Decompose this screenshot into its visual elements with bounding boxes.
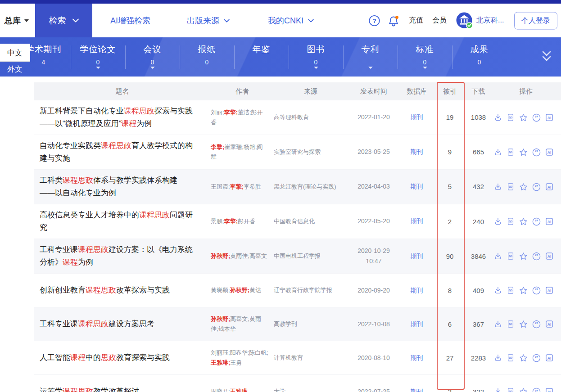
cite-quote-icon[interactable]: ” [532, 353, 541, 363]
result-source[interactable]: 辽宁教育行政学院学报 [274, 274, 348, 307]
result-source[interactable]: 高教学刊 [274, 307, 348, 341]
cite-quote-icon[interactable]: ” [532, 387, 541, 392]
html-read-icon[interactable] [506, 217, 515, 226]
result-title[interactable]: 工科类课程思政体系与教学实践体系构建——以自动化专业为例 [34, 170, 211, 204]
result-source[interactable]: 高等理科教育 [274, 100, 348, 135]
recharge-link[interactable]: 充值 [409, 4, 423, 37]
result-authors[interactable]: 景鹏;李擎;彭开香 [211, 204, 274, 239]
download-count[interactable]: 665 [466, 135, 491, 169]
doc-type-tab[interactable]: 标准 0 [398, 37, 452, 77]
download-count[interactable]: 240 [466, 204, 491, 239]
download-icon[interactable] [493, 148, 502, 157]
favorite-star-icon[interactable] [519, 286, 528, 295]
help-icon[interactable]: ? [368, 14, 380, 27]
download-count[interactable]: 432 [466, 170, 491, 204]
cited-count[interactable]: 19 [434, 100, 466, 135]
download-icon[interactable] [493, 113, 502, 122]
member-link[interactable]: 会员 [432, 4, 447, 37]
result-title[interactable]: 自动化专业实践类课程思政育人教学模式的构建与实施 [34, 135, 211, 169]
result-authors[interactable]: 王国霞;李擎;李希胜 [211, 170, 274, 204]
result-authors[interactable]: 刘丽珏;阳春华;陈白帆;王雅琳;王勇 [211, 341, 274, 374]
result-authors[interactable]: 刘丽;李擎;董洁;彭开香 [211, 100, 274, 135]
download-icon[interactable] [493, 217, 502, 226]
favorite-star-icon[interactable] [519, 113, 528, 122]
cite-quote-icon[interactable]: ” [532, 217, 541, 226]
ai-assist-icon[interactable]: AI [545, 286, 554, 295]
org-name[interactable]: 北京科... [476, 4, 504, 37]
result-source[interactable]: 中国教育信息化 [274, 204, 348, 239]
cite-quote-icon[interactable]: ” [532, 148, 541, 157]
collapse-tabs-icon[interactable] [539, 49, 554, 63]
ai-assist-icon[interactable]: AI [545, 387, 554, 392]
favorite-star-icon[interactable] [519, 252, 528, 261]
cited-count[interactable]: 9 [434, 135, 466, 169]
html-read-icon[interactable] [506, 252, 515, 261]
download-icon[interactable] [493, 252, 502, 261]
ai-assist-icon[interactable]: AI [545, 353, 554, 362]
cited-count[interactable]: 6 [434, 307, 466, 341]
result-authors[interactable]: 孙秋野;黄雨佳;高嘉文 [211, 239, 274, 273]
favorite-star-icon[interactable] [519, 148, 528, 157]
html-read-icon[interactable] [506, 286, 515, 295]
download-count[interactable]: 3846 [466, 239, 491, 273]
doc-type-tab[interactable]: 年鉴 [234, 37, 289, 77]
result-title[interactable]: 运筹学课程思政教学改革探讨 [34, 375, 211, 392]
ai-assist-icon[interactable]: AI [545, 217, 554, 226]
html-read-icon[interactable] [506, 320, 515, 329]
cited-count[interactable]: 2 [434, 375, 466, 392]
ai-assist-icon[interactable]: AI [545, 252, 554, 261]
download-count[interactable]: 322 [466, 375, 491, 392]
result-source[interactable]: 黑龙江教育(理论与实践) [274, 170, 348, 204]
cite-quote-icon[interactable]: ” [532, 113, 541, 122]
download-count[interactable]: 1038 [466, 100, 491, 135]
favorite-star-icon[interactable] [519, 387, 528, 392]
cited-count[interactable]: 5 [434, 170, 466, 204]
download-count[interactable]: 409 [466, 274, 491, 307]
result-source[interactable]: 计算机教育 [274, 341, 348, 374]
html-read-icon[interactable] [506, 353, 515, 362]
result-authors[interactable]: 周晓君;王雅琳 [211, 375, 274, 392]
result-source[interactable]: 中国电机工程学报 [274, 239, 348, 273]
doc-type-tab[interactable]: 会议 0 [125, 37, 180, 77]
doc-type-tab[interactable]: 报纸 0 [180, 37, 234, 77]
library-selector[interactable]: 总库 [5, 4, 29, 37]
html-read-icon[interactable] [506, 182, 515, 191]
doc-type-tab[interactable]: 学位论文 0 [71, 37, 125, 77]
favorite-star-icon[interactable] [519, 353, 528, 363]
result-title[interactable]: 高校信息类专业人才培养中的课程思政问题研究 [34, 204, 211, 239]
cited-count[interactable]: 2 [434, 204, 466, 239]
result-authors[interactable]: 孙秋野;高嘉文;黄雨佳;钱本华 [211, 307, 274, 341]
lang-tab-foreign[interactable]: 外文 [0, 63, 30, 75]
cite-quote-icon[interactable]: ” [532, 286, 541, 295]
favorite-star-icon[interactable] [519, 320, 528, 329]
download-icon[interactable] [493, 286, 502, 295]
favorite-star-icon[interactable] [519, 182, 528, 192]
download-count[interactable]: 2283 [466, 341, 491, 374]
doc-type-tab[interactable]: 图书 0 [289, 37, 343, 77]
cite-quote-icon[interactable]: ” [532, 320, 541, 329]
result-source[interactable]: 实验室研究与探索 [274, 135, 348, 169]
html-read-icon[interactable] [506, 387, 515, 392]
result-title[interactable]: 工科专业课课程思政建设方案思考 [34, 307, 211, 341]
ai-assist-icon[interactable]: AI [545, 320, 554, 329]
nav-my-cnki[interactable]: 我的CNKI [268, 4, 314, 37]
cited-count[interactable]: 90 [434, 239, 466, 273]
html-read-icon[interactable] [506, 113, 515, 122]
result-authors[interactable]: 黄晓颖;孙秋野;黄达 [211, 274, 274, 307]
download-icon[interactable] [493, 387, 502, 392]
search-menu[interactable]: 检索 [35, 4, 92, 37]
result-title[interactable]: 创新创业教育课程思政改革探索与实践 [34, 274, 211, 307]
lang-tab-chinese[interactable]: 中文 [0, 44, 30, 61]
cited-count[interactable]: 8 [434, 274, 466, 307]
cite-quote-icon[interactable]: ” [532, 182, 541, 192]
nav-publication-source[interactable]: 出版来源 [187, 4, 230, 37]
download-icon[interactable] [493, 182, 502, 191]
result-title[interactable]: 新工科背景下自动化专业课程思政探索与实践——以“微机原理及应用”课程为例 [34, 100, 211, 135]
org-logo[interactable] [456, 12, 474, 30]
download-icon[interactable] [493, 320, 502, 329]
result-source[interactable]: 大学 [274, 375, 348, 392]
ai-assist-icon[interactable]: AI [545, 113, 554, 122]
result-title[interactable]: 人工智能课程中的思政教育探索与实践 [34, 341, 211, 374]
personal-login-button[interactable]: 个人登录 [514, 12, 557, 29]
doc-type-tab[interactable]: 成果 0 [452, 37, 507, 77]
